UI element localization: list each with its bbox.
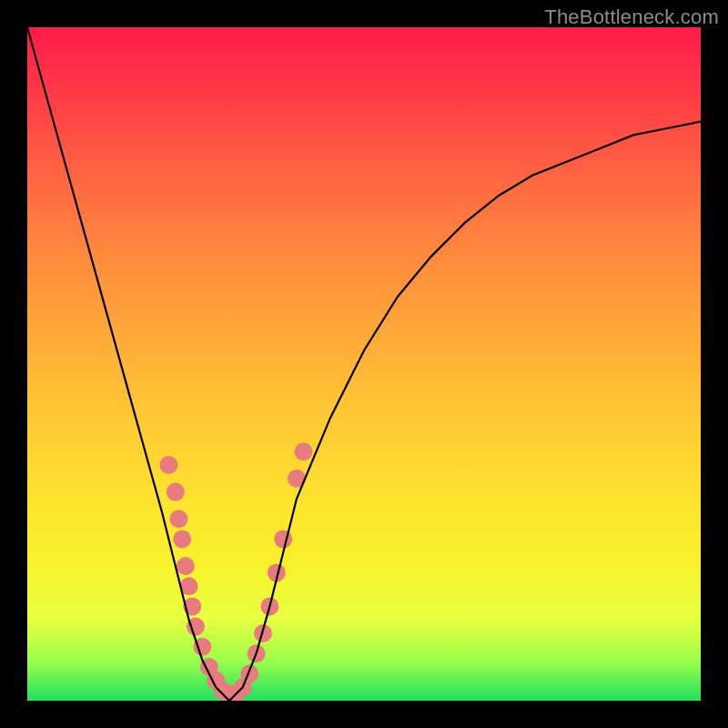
marker-dot [170, 510, 188, 528]
marker-dot [177, 557, 195, 575]
marker-dot [294, 442, 312, 460]
marker-dot [274, 530, 292, 548]
marker-dot [167, 483, 185, 501]
plot-area [27, 27, 701, 701]
chart-svg [27, 27, 701, 701]
marker-dot [240, 664, 258, 682]
marker-dot [159, 456, 177, 474]
watermark-text: TheBottleneck.com [544, 5, 719, 29]
marker-group [159, 442, 312, 701]
marker-dot [173, 530, 191, 548]
bottleneck-curve-path [27, 27, 701, 701]
chart-frame: TheBottleneck.com [0, 0, 728, 728]
